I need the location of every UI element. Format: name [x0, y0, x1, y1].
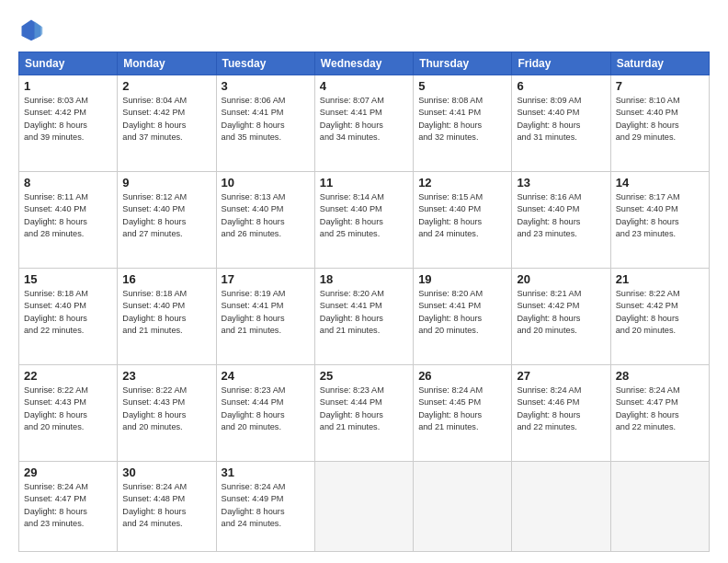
day-number: 31 — [222, 465, 310, 479]
calendar-cell: 4Sunrise: 8:07 AMSunset: 4:41 PMDaylight… — [314, 75, 413, 172]
cell-content: Sunrise: 8:23 AMSunset: 4:44 PMDaylight:… — [320, 385, 408, 433]
calendar-cell: 11Sunrise: 8:14 AMSunset: 4:40 PMDayligh… — [314, 171, 413, 268]
cell-content: Sunrise: 8:19 AMSunset: 4:41 PMDaylight:… — [222, 288, 310, 337]
cell-content: Sunrise: 8:21 AMSunset: 4:42 PMDaylight:… — [517, 288, 605, 337]
day-number: 24 — [222, 369, 310, 383]
day-number: 14 — [616, 176, 704, 190]
cell-content: Sunrise: 8:12 AMSunset: 4:40 PMDaylight:… — [122, 191, 210, 240]
day-number: 12 — [418, 176, 506, 190]
day-number: 7 — [616, 79, 704, 93]
day-number: 17 — [222, 272, 310, 286]
calendar-cell: 16Sunrise: 8:18 AMSunset: 4:40 PMDayligh… — [118, 268, 216, 364]
cell-content: Sunrise: 8:18 AMSunset: 4:40 PMDaylight:… — [24, 288, 112, 337]
day-number: 8 — [24, 176, 112, 190]
day-number: 22 — [24, 369, 112, 383]
day-number: 10 — [222, 176, 310, 190]
day-number: 26 — [418, 369, 506, 383]
calendar-cell: 8Sunrise: 8:11 AMSunset: 4:40 PMDaylight… — [19, 171, 118, 268]
cell-content: Sunrise: 8:22 AMSunset: 4:42 PMDaylight:… — [616, 288, 704, 337]
day-number: 30 — [122, 465, 210, 479]
week-row-1: 1Sunrise: 8:03 AMSunset: 4:42 PMDaylight… — [19, 75, 710, 172]
header-day-friday: Friday — [512, 52, 610, 75]
calendar-cell: 23Sunrise: 8:22 AMSunset: 4:43 PMDayligh… — [118, 364, 216, 461]
cell-content: Sunrise: 8:04 AMSunset: 4:42 PMDaylight:… — [122, 95, 210, 144]
week-row-4: 22Sunrise: 8:22 AMSunset: 4:43 PMDayligh… — [19, 364, 710, 461]
calendar-cell: 17Sunrise: 8:19 AMSunset: 4:41 PMDayligh… — [216, 268, 314, 364]
calendar-cell: 21Sunrise: 8:22 AMSunset: 4:42 PMDayligh… — [610, 268, 709, 364]
day-number: 3 — [222, 79, 310, 93]
header-day-tuesday: Tuesday — [216, 52, 314, 75]
calendar-cell: 12Sunrise: 8:15 AMSunset: 4:40 PMDayligh… — [414, 171, 512, 268]
day-number: 5 — [418, 79, 506, 93]
calendar-cell: 7Sunrise: 8:10 AMSunset: 4:40 PMDaylight… — [610, 75, 709, 172]
calendar-cell: 1Sunrise: 8:03 AMSunset: 4:42 PMDaylight… — [19, 75, 118, 172]
calendar-cell — [610, 461, 709, 551]
day-number: 11 — [320, 176, 408, 190]
svg-marker-1 — [35, 21, 43, 39]
day-number: 19 — [418, 272, 506, 286]
day-number: 27 — [517, 369, 605, 383]
cell-content: Sunrise: 8:24 AMSunset: 4:47 PMDaylight:… — [24, 481, 112, 530]
calendar-cell — [314, 461, 413, 551]
day-number: 21 — [616, 272, 704, 286]
week-row-2: 8Sunrise: 8:11 AMSunset: 4:40 PMDaylight… — [19, 171, 710, 268]
calendar-cell: 6Sunrise: 8:09 AMSunset: 4:40 PMDaylight… — [512, 75, 610, 172]
header-day-thursday: Thursday — [414, 52, 512, 75]
calendar-cell: 28Sunrise: 8:24 AMSunset: 4:47 PMDayligh… — [610, 364, 709, 461]
day-number: 2 — [122, 79, 210, 93]
cell-content: Sunrise: 8:17 AMSunset: 4:40 PMDaylight:… — [616, 191, 704, 240]
cell-content: Sunrise: 8:14 AMSunset: 4:40 PMDaylight:… — [320, 191, 408, 240]
calendar-cell: 18Sunrise: 8:20 AMSunset: 4:41 PMDayligh… — [314, 268, 413, 364]
calendar: SundayMondayTuesdayWednesdayThursdayFrid… — [18, 52, 710, 552]
calendar-cell — [512, 461, 610, 551]
page: SundayMondayTuesdayWednesdayThursdayFrid… — [0, 0, 728, 563]
day-number: 1 — [24, 79, 112, 93]
cell-content: Sunrise: 8:06 AMSunset: 4:41 PMDaylight:… — [222, 95, 310, 144]
cell-content: Sunrise: 8:24 AMSunset: 4:49 PMDaylight:… — [222, 481, 310, 530]
calendar-cell: 5Sunrise: 8:08 AMSunset: 4:41 PMDaylight… — [414, 75, 512, 172]
day-number: 28 — [616, 369, 704, 383]
calendar-cell: 14Sunrise: 8:17 AMSunset: 4:40 PMDayligh… — [610, 171, 709, 268]
day-number: 15 — [24, 272, 112, 286]
header-day-sunday: Sunday — [19, 52, 118, 75]
calendar-cell: 27Sunrise: 8:24 AMSunset: 4:46 PMDayligh… — [512, 364, 610, 461]
week-row-3: 15Sunrise: 8:18 AMSunset: 4:40 PMDayligh… — [19, 268, 710, 364]
day-number: 29 — [24, 465, 112, 479]
calendar-cell: 24Sunrise: 8:23 AMSunset: 4:44 PMDayligh… — [216, 364, 314, 461]
day-number: 25 — [320, 369, 408, 383]
cell-content: Sunrise: 8:22 AMSunset: 4:43 PMDaylight:… — [24, 385, 112, 433]
calendar-cell: 25Sunrise: 8:23 AMSunset: 4:44 PMDayligh… — [314, 364, 413, 461]
cell-content: Sunrise: 8:23 AMSunset: 4:44 PMDaylight:… — [222, 385, 310, 433]
cell-content: Sunrise: 8:22 AMSunset: 4:43 PMDaylight:… — [122, 385, 210, 433]
cell-content: Sunrise: 8:08 AMSunset: 4:41 PMDaylight:… — [418, 95, 506, 144]
header-day-wednesday: Wednesday — [314, 52, 413, 75]
calendar-cell: 30Sunrise: 8:24 AMSunset: 4:48 PMDayligh… — [118, 461, 216, 551]
calendar-body: 1Sunrise: 8:03 AMSunset: 4:42 PMDaylight… — [19, 75, 710, 552]
calendar-cell: 9Sunrise: 8:12 AMSunset: 4:40 PMDaylight… — [118, 171, 216, 268]
calendar-cell: 13Sunrise: 8:16 AMSunset: 4:40 PMDayligh… — [512, 171, 610, 268]
cell-content: Sunrise: 8:24 AMSunset: 4:46 PMDaylight:… — [517, 385, 605, 433]
calendar-cell: 20Sunrise: 8:21 AMSunset: 4:42 PMDayligh… — [512, 268, 610, 364]
day-number: 6 — [517, 79, 605, 93]
calendar-cell: 29Sunrise: 8:24 AMSunset: 4:47 PMDayligh… — [19, 461, 118, 551]
day-number: 4 — [320, 79, 408, 93]
day-number: 16 — [122, 272, 210, 286]
calendar-cell: 19Sunrise: 8:20 AMSunset: 4:41 PMDayligh… — [414, 268, 512, 364]
calendar-header-row: SundayMondayTuesdayWednesdayThursdayFrid… — [19, 52, 710, 75]
week-row-5: 29Sunrise: 8:24 AMSunset: 4:47 PMDayligh… — [19, 461, 710, 551]
header-day-saturday: Saturday — [610, 52, 709, 75]
calendar-cell: 15Sunrise: 8:18 AMSunset: 4:40 PMDayligh… — [19, 268, 118, 364]
cell-content: Sunrise: 8:11 AMSunset: 4:40 PMDaylight:… — [24, 191, 112, 240]
cell-content: Sunrise: 8:20 AMSunset: 4:41 PMDaylight:… — [418, 288, 506, 337]
header — [18, 17, 710, 42]
cell-content: Sunrise: 8:09 AMSunset: 4:40 PMDaylight:… — [517, 95, 605, 144]
cell-content: Sunrise: 8:24 AMSunset: 4:48 PMDaylight:… — [122, 481, 210, 530]
cell-content: Sunrise: 8:13 AMSunset: 4:40 PMDaylight:… — [222, 191, 310, 240]
header-day-monday: Monday — [118, 52, 216, 75]
cell-content: Sunrise: 8:03 AMSunset: 4:42 PMDaylight:… — [24, 95, 112, 144]
calendar-cell — [414, 461, 512, 551]
calendar-cell: 2Sunrise: 8:04 AMSunset: 4:42 PMDaylight… — [118, 75, 216, 172]
cell-content: Sunrise: 8:10 AMSunset: 4:40 PMDaylight:… — [616, 95, 704, 144]
day-number: 13 — [517, 176, 605, 190]
cell-content: Sunrise: 8:16 AMSunset: 4:40 PMDaylight:… — [517, 191, 605, 240]
